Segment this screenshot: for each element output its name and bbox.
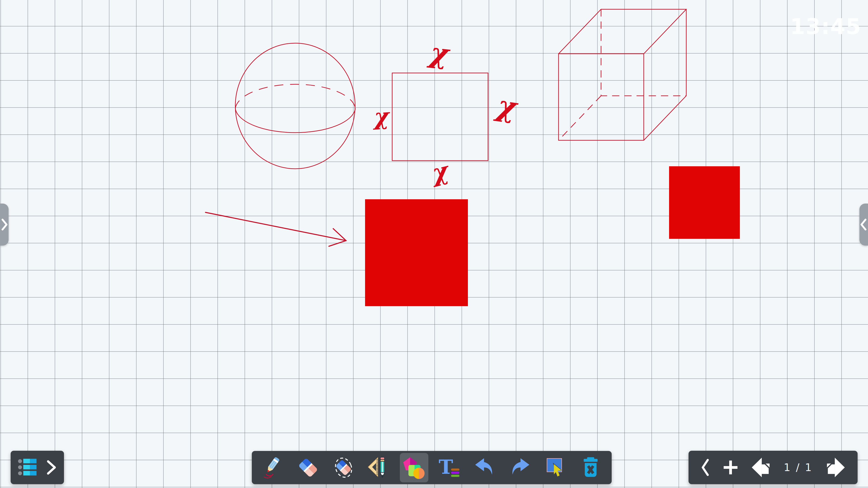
square-label-left: χ — [371, 103, 391, 130]
cube-drawing — [559, 9, 686, 140]
plus-icon — [722, 459, 739, 476]
filled-red-square-large — [365, 199, 468, 306]
page-list-icon — [18, 458, 39, 477]
area-eraser-tool-button[interactable] — [329, 453, 358, 482]
page-list-button[interactable] — [18, 458, 39, 477]
eraser-lasso-icon — [332, 456, 355, 479]
text-tool-icon: T — [438, 456, 461, 479]
pager-collapse-button[interactable] — [700, 458, 710, 477]
square-label-right: χ — [493, 88, 521, 125]
arrow-drawing — [206, 213, 346, 246]
delete-all-button[interactable] — [577, 453, 605, 482]
next-page-icon — [825, 457, 846, 478]
redo-arrow-icon — [508, 456, 531, 479]
eraser-tool-button[interactable] — [294, 453, 322, 482]
text-tool-button[interactable]: T — [435, 453, 464, 482]
page-navigation-panel: 1 / 1 — [688, 451, 858, 484]
pen-tool-button[interactable] — [258, 453, 287, 482]
previous-page-button[interactable] — [750, 457, 772, 478]
square-outline-drawing — [392, 73, 488, 161]
pencil-icon — [261, 456, 284, 479]
selection-cursor-icon — [544, 456, 567, 479]
set-square-pencil-icon — [367, 456, 391, 479]
menu-expand-button[interactable] — [46, 460, 57, 475]
add-page-button[interactable] — [722, 459, 739, 476]
next-page-button[interactable] — [825, 457, 846, 478]
geometry-tool-button[interactable] — [365, 453, 393, 482]
page-indicator: 1 / 1 — [784, 461, 813, 474]
chevron-right-icon — [0, 218, 8, 231]
undo-arrow-icon — [473, 456, 496, 479]
select-tool-button[interactable] — [541, 453, 569, 482]
right-drawer-handle[interactable] — [860, 203, 868, 246]
whiteboard-canvas[interactable]: χ χ χ χ 13:45 — [0, 0, 868, 488]
sphere-drawing — [235, 43, 355, 169]
redo-button[interactable] — [506, 453, 534, 482]
chevron-left-icon — [860, 218, 868, 231]
drawing-toolbar: T — [252, 451, 612, 484]
chevron-right-icon — [46, 460, 57, 475]
left-drawer-handle[interactable] — [0, 203, 8, 246]
trash-icon — [579, 456, 602, 479]
undo-button[interactable] — [470, 453, 499, 482]
menu-panel — [11, 451, 64, 484]
shapes-icon — [403, 456, 426, 479]
clock: 13:45 — [790, 14, 846, 39]
filled-red-square-small — [669, 166, 740, 239]
chevron-left-icon — [700, 458, 710, 477]
shapes-tool-button[interactable] — [400, 453, 428, 482]
eraser-icon — [297, 456, 320, 479]
previous-page-icon — [750, 457, 772, 478]
text-tool-glyph: T — [439, 456, 453, 478]
square-label-top: χ — [426, 36, 452, 71]
canvas-drawings-layer: χ χ χ χ — [0, 0, 868, 488]
